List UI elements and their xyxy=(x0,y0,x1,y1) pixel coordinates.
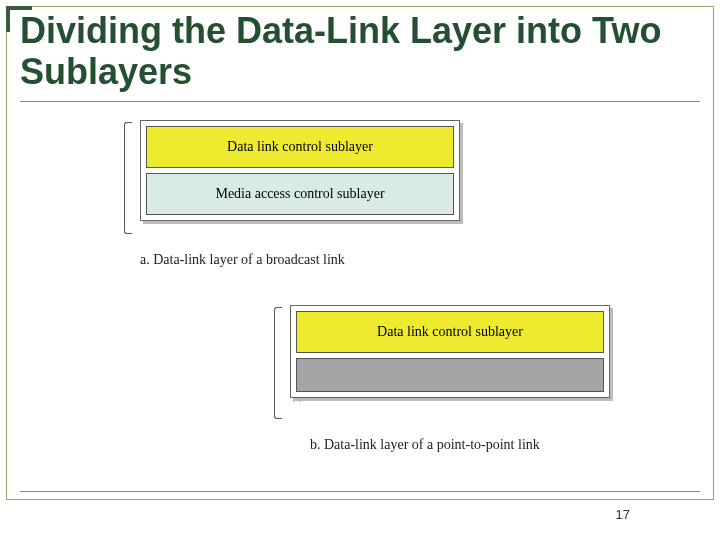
figure-b-stage: Data-link layer Data link control sublay… xyxy=(270,305,640,423)
figure-a-box: Data link control sublayer Media access … xyxy=(140,120,460,221)
figure-a-stage: Data-link layer Data link control sublay… xyxy=(120,120,480,238)
figure-b-box: Data link control sublayer xyxy=(290,305,610,398)
figure-b-bracket xyxy=(274,307,282,419)
content-area: Data-link layer Data link control sublay… xyxy=(0,110,720,490)
figure-a-row-mac: Media access control sublayer xyxy=(146,173,454,215)
figure-b-caption: b. Data-link layer of a point-to-point l… xyxy=(310,437,640,453)
slide-title: Dividing the Data-Link Layer into Two Su… xyxy=(20,10,700,102)
figure-a: Data-link layer Data link control sublay… xyxy=(120,120,480,268)
figure-b-row-dlc: Data link control sublayer xyxy=(296,311,604,353)
figure-b-row-empty xyxy=(296,358,604,392)
figure-b: Data-link layer Data link control sublay… xyxy=(270,305,640,453)
figure-a-bracket xyxy=(124,122,132,234)
figure-a-row-dlc: Data link control sublayer xyxy=(146,126,454,168)
page-number: 17 xyxy=(616,507,630,522)
figure-a-caption: a. Data-link layer of a broadcast link xyxy=(140,252,480,268)
bottom-rule xyxy=(20,491,700,492)
